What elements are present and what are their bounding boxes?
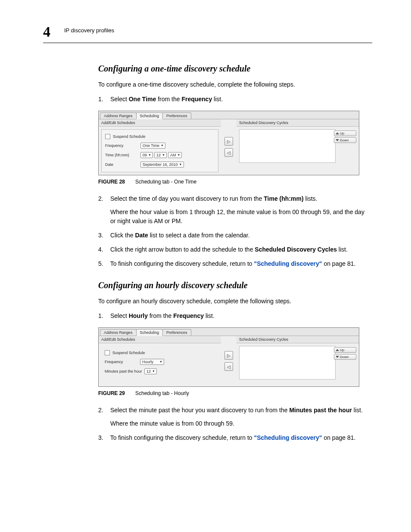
text: list. — [352, 407, 363, 414]
triangle-down-icon — [336, 356, 339, 358]
cycles-list[interactable] — [239, 346, 336, 380]
step-item: 3. Click the Date list to select a date … — [98, 231, 371, 240]
frequency-dropdown[interactable]: Hourly▼ — [140, 359, 164, 365]
tab-preferences[interactable]: Preferences — [162, 112, 191, 119]
caret-down-icon: ▼ — [148, 153, 151, 156]
text: To finish configuring the discovery sche… — [110, 434, 254, 441]
bold-text: Scheduled Discovery Cycles — [255, 246, 337, 253]
add-arrow-button[interactable]: ▷ — [224, 137, 233, 146]
caret-down-icon: ▼ — [161, 144, 164, 147]
figure-screenshot: Address Ranges Scheduling Preferences Ad… — [98, 111, 359, 175]
header-rule — [43, 43, 372, 43]
bold-text: Date — [135, 232, 148, 239]
step-item: 3. To finish configuring the discovery s… — [98, 433, 371, 442]
frequency-label: Frequency — [105, 143, 140, 148]
tab-bar: Address Ranges Scheduling Preferences — [99, 111, 359, 119]
step-item: 1. Select One Time from the Frequency li… — [98, 95, 371, 104]
panel-title-left: Add/Edit Schedules — [99, 119, 221, 127]
step-item: 2. Select the time of day you want disco… — [98, 194, 371, 226]
text: lists. — [304, 195, 318, 202]
remove-arrow-button[interactable]: ◁ — [224, 362, 233, 371]
scheduling-discovery-link[interactable]: "Scheduling discovery" — [254, 260, 322, 267]
bold-text: Time (hh:mm) — [264, 195, 303, 202]
caret-down-icon: ▼ — [159, 360, 162, 363]
sub-paragraph: Where the hour value is from 1 through 1… — [110, 208, 371, 226]
remove-arrow-button[interactable]: ◁ — [224, 148, 233, 157]
time-label: Time (hh:mm) — [105, 153, 140, 157]
caret-down-icon: ▼ — [152, 370, 155, 373]
figure-screenshot: Address Ranges Scheduling Preferences Ad… — [98, 327, 359, 387]
caret-down-icon: ▼ — [179, 163, 182, 166]
text: Select the minute past the hour you want… — [110, 407, 290, 414]
suspend-label: Suspend Schedule — [113, 134, 146, 139]
tab-bar: Address Ranges Scheduling Preferences — [99, 328, 359, 336]
frequency-dropdown[interactable]: One Time▼ — [140, 143, 165, 149]
triangle-down-icon — [336, 139, 339, 141]
intro-paragraph: To configure a one-time discovery schedu… — [98, 81, 371, 89]
move-down-button[interactable]: Down — [334, 137, 356, 143]
page-header: 4 IP discovery profiles — [43, 24, 372, 40]
bold-text: Frequency — [173, 312, 204, 319]
panel-title-right: Scheduled Discovery Cycles — [237, 336, 359, 343]
header-section-name: IP discovery profiles — [64, 27, 114, 34]
tab-scheduling[interactable]: Scheduling — [136, 112, 163, 119]
sub-paragraph: Where the minute value is from 00 throug… — [110, 419, 371, 428]
intro-paragraph: To configure an hourly discovery schedul… — [98, 297, 371, 305]
panel-title-left: Add/Edit Schedules — [99, 336, 221, 343]
text: list. — [337, 246, 348, 253]
panel-title-right: Scheduled Discovery Cycles — [237, 119, 359, 127]
triangle-up-icon — [336, 349, 339, 351]
minute-dropdown[interactable]: 12▼ — [154, 152, 167, 158]
text: list. — [212, 96, 223, 103]
frequency-label: Frequency — [105, 360, 140, 364]
step-item: 2. Select the minute past the hour you w… — [98, 406, 371, 428]
scheduling-discovery-link[interactable]: "Scheduling discovery" — [254, 434, 322, 441]
bold-text: One Time — [129, 96, 156, 103]
step-item: 1. Select Hourly from the Frequency list… — [98, 311, 371, 320]
add-arrow-button[interactable]: ▷ — [224, 351, 233, 360]
text: Select — [110, 312, 129, 319]
text: list to select a date from the calendar. — [148, 232, 250, 239]
text: To finish configuring the discovery sche… — [110, 260, 254, 267]
text: list. — [204, 312, 215, 319]
section-heading: Configuring an hourly discovery schedule — [98, 280, 371, 290]
text: from the — [148, 312, 173, 319]
text: Select the time of day you want discover… — [110, 195, 264, 202]
suspend-checkbox[interactable] — [105, 350, 110, 355]
triangle-up-icon — [336, 132, 339, 134]
text: on page 81. — [322, 434, 356, 441]
chapter-number: 4 — [43, 24, 50, 40]
text: Select — [110, 96, 129, 103]
text: from the — [156, 96, 181, 103]
bold-text: Frequency — [181, 96, 212, 103]
tab-scheduling[interactable]: Scheduling — [136, 329, 163, 336]
hour-dropdown[interactable]: 09▼ — [140, 152, 153, 158]
suspend-checkbox[interactable] — [105, 134, 110, 139]
ampm-dropdown[interactable]: AM▼ — [168, 152, 182, 158]
caret-down-icon: ▼ — [162, 153, 165, 156]
tab-preferences[interactable]: Preferences — [162, 329, 191, 336]
date-dropdown[interactable]: September 16, 2010▼ — [140, 162, 184, 168]
text: on page 81. — [322, 260, 356, 267]
figure-caption: FIGURE 28Scheduling tab - One Time — [98, 179, 371, 185]
step-item: 5. To finish configuring the discovery s… — [98, 259, 371, 268]
bold-text: Hourly — [129, 312, 148, 319]
tab-address-ranges[interactable]: Address Ranges — [100, 329, 137, 336]
text: Click the — [110, 232, 135, 239]
text: Click the right arrow button to add the … — [110, 246, 255, 253]
figure-caption: FIGURE 29Scheduling tab - Hourly — [98, 390, 371, 396]
cycles-list[interactable] — [239, 129, 336, 163]
minutes-past-label: Minutes past the hour — [105, 369, 144, 373]
minutes-past-dropdown[interactable]: 12▼ — [144, 368, 157, 374]
move-up-button[interactable]: Up — [334, 347, 356, 353]
move-up-button[interactable]: Up — [334, 131, 356, 136]
move-down-button[interactable]: Down — [334, 354, 356, 360]
section-heading: Configuring a one-time discovery schedul… — [98, 64, 371, 74]
date-label: Date — [105, 162, 140, 167]
step-item: 4. Click the right arrow button to add t… — [98, 245, 371, 254]
tab-address-ranges[interactable]: Address Ranges — [100, 112, 137, 119]
caret-down-icon: ▼ — [177, 153, 180, 156]
suspend-label: Suspend Schedule — [112, 351, 145, 355]
bold-text: Minutes past the hour — [289, 407, 352, 414]
